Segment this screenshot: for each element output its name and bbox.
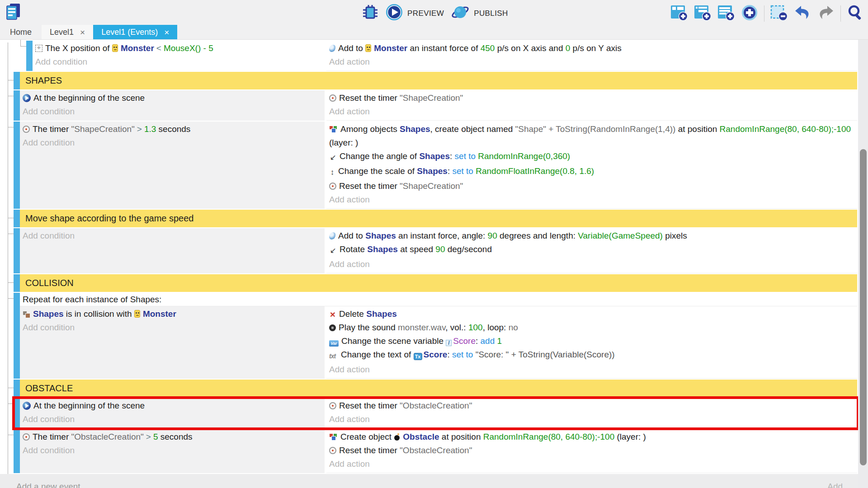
- timer-icon: [329, 94, 336, 102]
- tab-level1-events[interactable]: Level1 (Events) ×: [93, 25, 177, 39]
- add-sub-event-button[interactable]: [693, 4, 712, 23]
- add-plus-button[interactable]: [741, 4, 759, 23]
- add-condition-button[interactable]: Add condition: [35, 55, 323, 69]
- debug-button[interactable]: [362, 4, 379, 23]
- event-handle-bar[interactable]: [14, 90, 20, 121]
- condition-line[interactable]: The timer "ShapeCreation">1.3 seconds: [23, 122, 323, 136]
- event-handle-bar[interactable]: [14, 122, 20, 209]
- section-header[interactable]: Move shape according to the game speed: [20, 210, 857, 227]
- add-action-button[interactable]: Add action: [329, 258, 855, 271]
- section-header[interactable]: COLLISION: [20, 274, 857, 292]
- action-line[interactable]: ×Delete Shapes: [329, 307, 855, 321]
- event-row: The X position of Monster<MouseX() - 5Ad…: [26, 41, 857, 71]
- event-toolbar: [670, 4, 864, 23]
- close-tab-icon[interactable]: ×: [164, 28, 169, 37]
- action-line[interactable]: Reset the timer "ShapeCreation": [329, 179, 855, 193]
- event-handle-bar[interactable]: [14, 429, 20, 473]
- redo-button[interactable]: [817, 5, 835, 23]
- condition-line[interactable]: The X position of Monster<MouseX() - 5: [35, 42, 323, 55]
- remove-event-button[interactable]: [770, 4, 788, 23]
- add-action-button[interactable]: Add action: [329, 457, 855, 471]
- conditions-cell[interactable]: At the beginning of the sceneAdd conditi…: [20, 398, 325, 428]
- event-handle-bar[interactable]: [14, 228, 20, 273]
- condition-line[interactable]: The timer "ObstacleCreation">5 seconds: [23, 430, 323, 444]
- conditions-cell[interactable]: The timer "ObstacleCreation">5 secondsAd…: [20, 429, 325, 473]
- text-segment: "ShapeCreation": [71, 124, 135, 134]
- action-line[interactable]: Reset the timer "ShapeCreation": [329, 91, 855, 105]
- action-line[interactable]: Create object Obstacle at position Rando…: [329, 430, 855, 444]
- event-handle-bar[interactable]: [14, 210, 20, 227]
- condition-line[interactable]: At the beginning of the scene: [23, 91, 323, 105]
- action-line[interactable]: Add to Shapes an instant force, angle: 9…: [329, 229, 855, 243]
- add-action-button[interactable]: Add action: [329, 55, 855, 69]
- event-handle-bar[interactable]: [14, 380, 20, 397]
- actions-cell[interactable]: ×Delete ShapesPlay the sound monster.wav…: [326, 306, 857, 379]
- action-line[interactable]: txtChange the text of TxScore: set to "S…: [329, 348, 855, 363]
- event-handle-bar[interactable]: [26, 41, 33, 71]
- conditions-cell[interactable]: The X position of Monster<MouseX() - 5Ad…: [33, 41, 325, 71]
- event-handle-bar[interactable]: [14, 293, 20, 379]
- add-condition-button[interactable]: Add condition: [23, 444, 323, 457]
- action-line[interactable]: ↙Rotate Shapes at speed 90 deg/second: [329, 243, 855, 258]
- action-line[interactable]: Add to Monster an instant force of 450 p…: [329, 42, 855, 55]
- conditions-cell[interactable]: At the beginning of the sceneAdd conditi…: [20, 90, 325, 121]
- add-event-button[interactable]: [670, 4, 688, 23]
- tab-label: Level1 (Events): [101, 28, 158, 37]
- conditions-cell[interactable]: Shapes is in collision with MonsterAdd c…: [20, 306, 325, 379]
- add-action-button[interactable]: Add action: [329, 105, 855, 118]
- action-line[interactable]: Play the sound monster.wav, vol.: 100, l…: [329, 321, 855, 334]
- force-icon: [329, 45, 335, 52]
- section-header[interactable]: SHAPES: [20, 72, 857, 89]
- actions-cell[interactable]: Reset the timer "ShapeCreation"Add actio…: [326, 90, 857, 121]
- vertical-scrollbar[interactable]: [858, 40, 868, 488]
- event-handle-bar[interactable]: [14, 72, 20, 89]
- action-line[interactable]: ↕Change the scale of Shapes: set to Rand…: [329, 164, 855, 179]
- text-segment: Obstacle: [403, 432, 439, 441]
- redo-icon: [817, 5, 835, 23]
- add-condition-button[interactable]: Add condition: [23, 321, 323, 334]
- add-condition-button[interactable]: Add condition: [23, 136, 323, 150]
- condition-line[interactable]: Shapes is in collision with Monster: [23, 307, 323, 321]
- tab-home[interactable]: Home: [0, 25, 42, 39]
- condition-line[interactable]: At the beginning of the scene: [23, 399, 323, 413]
- add-condition-button[interactable]: Add condition: [23, 229, 323, 243]
- actions-cell[interactable]: Among objects Shapes, create object name…: [326, 122, 857, 209]
- section-header[interactable]: OBSTACLE: [20, 380, 857, 397]
- monster-icon: [112, 44, 118, 52]
- search-button[interactable]: [846, 4, 864, 23]
- add-more-button[interactable]: Add...: [827, 474, 850, 488]
- event-handle-bar[interactable]: [14, 274, 20, 292]
- add-action-button[interactable]: Add action: [329, 413, 855, 426]
- action-line[interactable]: Reset the timer "ObstacleCreation": [329, 444, 855, 457]
- conditions-cell[interactable]: The timer "ShapeCreation">1.3 secondsAdd…: [20, 122, 325, 209]
- action-line[interactable]: Reset the timer "ObstacleCreation": [329, 399, 855, 413]
- add-new-event-button[interactable]: Add a new event: [16, 474, 80, 488]
- tab-label: Level1: [50, 28, 74, 37]
- conditions-cell[interactable]: Add condition: [20, 228, 325, 273]
- actions-cell[interactable]: Add to Monster an instant force of 450 p…: [326, 41, 857, 71]
- scrollbar-thumb[interactable]: [860, 149, 867, 465]
- close-tab-icon[interactable]: ×: [80, 28, 85, 37]
- publish-button[interactable]: PUBLISH: [450, 3, 508, 23]
- actions-cell[interactable]: Reset the timer "ObstacleCreation"Add ac…: [326, 398, 857, 428]
- preview-button[interactable]: PREVIEW: [385, 3, 444, 23]
- actions-cell[interactable]: Create object Obstacle at position Rando…: [326, 429, 857, 473]
- event-handle-bar[interactable]: [14, 398, 20, 428]
- add-condition-button[interactable]: Add condition: [23, 413, 323, 426]
- action-line[interactable]: ↙Change the angle of Shapes: set to Rand…: [329, 150, 855, 164]
- action-line[interactable]: VarChange the scene variable /Score: add…: [329, 334, 855, 348]
- action-line[interactable]: Among objects Shapes, create object name…: [329, 122, 855, 150]
- text-segment: Add to: [338, 231, 365, 240]
- add-action-button[interactable]: Add action: [329, 193, 855, 206]
- add-comment-button[interactable]: [717, 4, 735, 23]
- repeat-event-header[interactable]: Repeat for each instance of Shapes:: [20, 293, 857, 306]
- add-action-button[interactable]: Add action: [329, 363, 855, 376]
- text-segment: Monster: [143, 309, 176, 319]
- actions-cell[interactable]: Add to Shapes an instant force, angle: 9…: [326, 228, 857, 273]
- section-block: SHAPES: [14, 72, 857, 89]
- undo-button[interactable]: [793, 5, 811, 23]
- tab-level1[interactable]: Level1 ×: [42, 25, 93, 39]
- project-manager-icon[interactable]: [5, 3, 23, 22]
- add-condition-button[interactable]: Add condition: [23, 105, 323, 118]
- text-segment: Shapes: [366, 309, 397, 319]
